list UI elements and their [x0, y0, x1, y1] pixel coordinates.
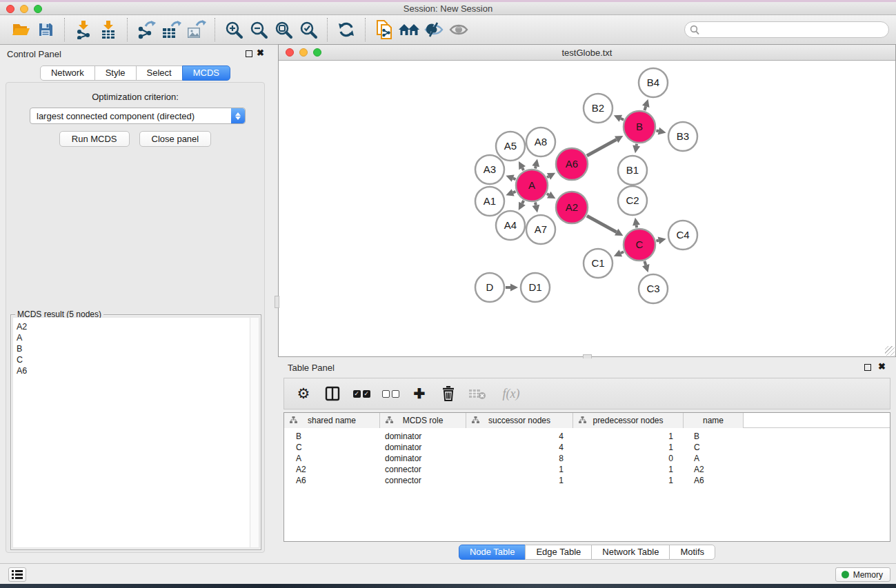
edge-B-B4[interactable]	[644, 106, 646, 110]
vertical-splitter-handle[interactable]	[275, 296, 279, 308]
table-cell[interactable]: 0	[573, 453, 684, 464]
table-float-panel-icon[interactable]	[864, 364, 871, 371]
window-resize-grip[interactable]	[885, 346, 895, 356]
edge-C-C1[interactable]	[621, 252, 624, 253]
zoom-selected-icon[interactable]	[296, 17, 321, 42]
select-stepper-icon[interactable]	[231, 108, 245, 123]
save-session-icon[interactable]	[33, 17, 58, 42]
table-cell[interactable]: 1	[573, 475, 684, 486]
result-item[interactable]: A6	[13, 365, 259, 376]
edge-A-A6[interactable]	[547, 176, 548, 177]
zoom-fit-icon[interactable]	[271, 17, 296, 42]
tab-select[interactable]: Select	[136, 65, 183, 81]
home-views-icon[interactable]	[397, 17, 421, 42]
table-cell[interactable]: 1	[573, 464, 684, 475]
table-cell[interactable]: C	[284, 442, 380, 453]
column-header-predecessor-nodes[interactable]: predecessor nodes	[573, 413, 684, 428]
tab-style[interactable]: Style	[94, 65, 137, 81]
network-window-titlebar[interactable]: testGlobe.txt	[279, 45, 895, 61]
column-header-MCDS-role[interactable]: MCDS role	[380, 413, 466, 428]
zoom-in-icon[interactable]	[221, 17, 246, 42]
edge-A-A5[interactable]	[522, 168, 524, 170]
export-image-icon[interactable]	[183, 17, 208, 42]
hide-labels-icon[interactable]	[421, 17, 446, 42]
close-panel-button[interactable]: Close panel	[139, 131, 212, 147]
show-graphics-details-icon[interactable]	[446, 17, 471, 42]
tab-network[interactable]: Network	[40, 65, 95, 81]
table-row[interactable]: A6connector11A6	[284, 475, 890, 486]
edge-B-B3[interactable]	[656, 130, 658, 131]
table-cell[interactable]: A2	[684, 464, 744, 475]
edge-A-A8[interactable]	[535, 166, 536, 168]
memory-button[interactable]: Memory	[835, 567, 890, 582]
table-row[interactable]: A2connector11A2	[284, 464, 890, 475]
show-columns-icon[interactable]	[323, 384, 342, 403]
clone-network-icon[interactable]	[372, 17, 397, 42]
add-row-icon[interactable]: ✚	[410, 384, 429, 403]
network-canvas[interactable]: B4B2BB3A5A8A6B1A3AC2A1A2A4A7C4CC1DD1C3	[279, 61, 895, 356]
edge-A-A7[interactable]	[535, 202, 536, 205]
column-header-name[interactable]: name	[684, 413, 744, 428]
edge-A-A4[interactable]	[522, 201, 524, 203]
edge-B-B2[interactable]	[621, 119, 624, 120]
table-row[interactable]: Adominator80A	[284, 453, 890, 464]
table-cell[interactable]: 4	[466, 431, 573, 442]
table-options-gear-icon[interactable]: ⚙	[294, 384, 313, 403]
export-network-icon[interactable]	[134, 17, 159, 42]
result-item[interactable]: B	[13, 343, 259, 354]
edge-C-C4[interactable]	[656, 241, 658, 241]
float-panel-icon[interactable]	[246, 50, 252, 57]
table-cell[interactable]: connector	[380, 475, 466, 486]
table-cell[interactable]: B	[284, 431, 380, 442]
table-cell[interactable]: A6	[684, 475, 744, 486]
edge-C-C2[interactable]	[637, 225, 637, 228]
table-cell[interactable]: connector	[380, 464, 466, 475]
tab-network-table[interactable]: Network Table	[591, 545, 670, 560]
tab-mcds[interactable]: MCDS	[182, 65, 230, 81]
close-panel-icon[interactable]: ✖	[257, 48, 264, 58]
table-row[interactable]: Cdominator41C	[284, 442, 890, 453]
delete-row-icon[interactable]	[439, 384, 458, 403]
table-cell[interactable]: dominator	[380, 431, 466, 442]
table-cell[interactable]: 1	[573, 442, 684, 453]
result-item[interactable]: A2	[13, 321, 259, 332]
node-table[interactable]: shared nameMCDS rolesuccessor nodesprede…	[283, 412, 890, 542]
task-history-button[interactable]	[8, 567, 26, 582]
table-cell[interactable]: A2	[284, 464, 380, 475]
tab-edge-table[interactable]: Edge Table	[525, 545, 592, 560]
select-all-checks-icon[interactable]: ✓✓	[352, 384, 371, 403]
column-header-shared-name[interactable]: shared name	[284, 413, 380, 428]
table-cell[interactable]: 8	[466, 453, 573, 464]
result-scrollbar[interactable]	[250, 318, 259, 547]
search-input[interactable]	[703, 23, 882, 37]
table-row[interactable]: Bdominator41B	[284, 431, 890, 442]
table-cell[interactable]: A	[284, 453, 380, 464]
result-item[interactable]: C	[13, 354, 259, 365]
table-cell[interactable]: dominator	[380, 453, 466, 464]
deselect-all-checks-icon[interactable]	[381, 384, 400, 403]
result-item[interactable]: A	[13, 332, 259, 343]
edge-A-A2[interactable]	[547, 194, 549, 195]
zoom-out-icon[interactable]	[246, 17, 271, 42]
mcds-result-list[interactable]: A2ABCA6	[13, 318, 259, 547]
edge-A2-C[interactable]	[587, 216, 617, 232]
tab-node-table[interactable]: Node Table	[459, 545, 526, 560]
open-session-icon[interactable]	[8, 17, 33, 42]
table-cell[interactable]: B	[684, 431, 744, 442]
edge-A6-B[interactable]	[587, 139, 617, 156]
table-cell[interactable]: 1	[466, 475, 573, 486]
table-cell[interactable]: 1	[573, 431, 684, 442]
tab-motifs[interactable]: Motifs	[669, 545, 715, 560]
table-cell[interactable]: A6	[284, 475, 380, 486]
import-network-icon[interactable]	[71, 17, 96, 42]
column-header-successor-nodes[interactable]: successor nodes	[466, 413, 573, 428]
edge-A-A1[interactable]	[513, 192, 516, 192]
table-cell[interactable]: dominator	[380, 442, 466, 453]
refresh-layout-icon[interactable]	[334, 17, 359, 42]
table-cell[interactable]: 4	[466, 442, 573, 453]
edge-A-A3[interactable]	[513, 179, 516, 179]
search-field[interactable]	[684, 21, 889, 38]
table-cell[interactable]: C	[684, 442, 744, 453]
export-table-icon[interactable]	[159, 17, 183, 42]
table-cell[interactable]: 1	[466, 464, 573, 475]
